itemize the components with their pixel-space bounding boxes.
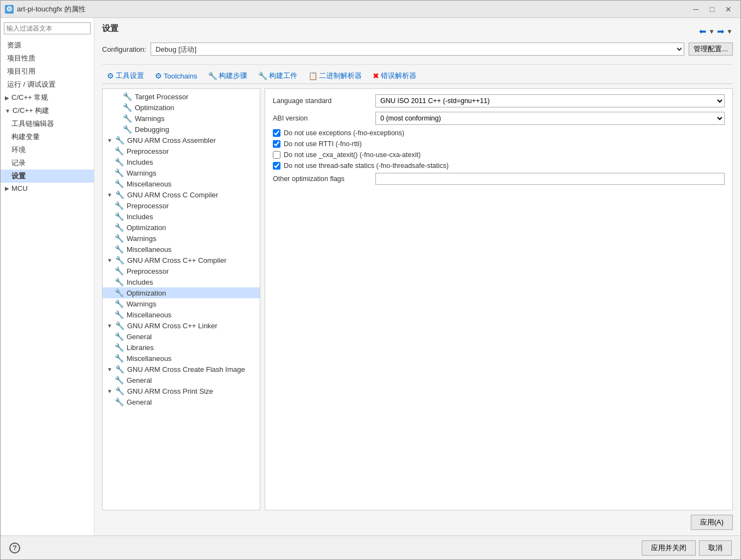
sidebar-item-toolchain-editor[interactable]: 工具链编辑器 [1, 117, 94, 130]
tree-icon-debug: 🔧 [123, 125, 132, 134]
tree-item-debugging[interactable]: 🔧 Debugging [103, 124, 260, 135]
option-checkbox-1[interactable] [273, 140, 280, 148]
sidebar-item-mcu[interactable]: ▶ MCU [1, 183, 94, 194]
tree-item-gnu-c-compiler[interactable]: ▼ 🔧 GNU ARM Cross C Compiler [103, 189, 260, 200]
tree-item-asm-misc[interactable]: 🔧 Miscellaneous [103, 178, 260, 189]
tree-item-asm-includes[interactable]: 🔧 Includes [103, 156, 260, 167]
tree-item-gnu-cpp-linker[interactable]: ▼ 🔧 GNU ARM Cross C++ Linker [103, 320, 260, 331]
tree-item-gnu-print[interactable]: ▼ 🔧 GNU ARM Cross Print Size [103, 386, 260, 396]
tree-item-gnu-assembler[interactable]: ▼ 🔧 GNU ARM Cross Assembler [103, 135, 260, 146]
cancel-button[interactable]: 取消 [699, 540, 732, 556]
bottom-bar: ? 应用并关闭 取消 [1, 535, 740, 559]
language-standard-select[interactable]: GNU ISO 2011 C++ (-std=gnu++11) [375, 94, 725, 107]
tree-item-asm-preprocessor[interactable]: 🔧 Preprocessor [103, 146, 260, 156]
apply-close-button[interactable]: 应用并关闭 [642, 540, 696, 556]
tree-icon-asm-inc: 🔧 [115, 158, 123, 166]
tab-toolchains[interactable]: ⚙ Toolchains [150, 69, 202, 83]
tab-build-steps[interactable]: 🔧 构建步骤 [203, 68, 252, 83]
abi-version-label: ABI version [273, 115, 371, 122]
tree-item-cpp-misc[interactable]: 🔧 Miscellaneous [103, 309, 260, 320]
sidebar-item-project-properties[interactable]: 项目性质 [1, 52, 94, 65]
tree-item-cpp-preprocessor[interactable]: 🔧 Preprocessor [103, 266, 260, 276]
tree-item-asm-warnings[interactable]: 🔧 Warnings [103, 167, 260, 178]
tree-item-target-processor[interactable]: 🔧 Target Processor [103, 91, 260, 102]
option-row-0: Do not use exceptions (-fno-exceptions) [273, 129, 725, 137]
tree-item-optimization[interactable]: 🔧 Optimization [103, 102, 260, 113]
tree-icon-linker: 🔧 [115, 321, 124, 330]
tree-icon-c-opt: 🔧 [115, 223, 123, 232]
tree-item-c-preprocessor[interactable]: 🔧 Preprocessor [103, 200, 260, 211]
option-checkbox-2[interactable] [273, 151, 280, 159]
manage-config-button[interactable]: 管理配置... [689, 43, 733, 56]
tree-icon-asm-warn: 🔧 [115, 168, 123, 177]
tree-item-linker-libraries[interactable]: 🔧 Libraries [103, 342, 260, 353]
tree-icon-c: 🔧 [115, 190, 124, 199]
tab-build-artifact[interactable]: 🔧 构建工件 [253, 68, 302, 83]
tree-item-c-includes[interactable]: 🔧 Includes [103, 211, 260, 222]
dropdown-arrow-button[interactable]: ▼ [708, 26, 715, 37]
tree-item-warnings[interactable]: 🔧 Warnings [103, 113, 260, 124]
tree-item-print-general[interactable]: 🔧 General [103, 396, 260, 407]
tree-item-linker-general[interactable]: 🔧 General [103, 331, 260, 342]
bottom-left: ? [9, 543, 20, 553]
maximize-button[interactable]: □ [704, 3, 720, 15]
expand-arrow-cpp-common: ▶ [5, 95, 9, 101]
tree-icon-cpp-inc: 🔧 [115, 278, 123, 286]
option-row-1: Do not use RTTI (-fno-rtti) [273, 140, 725, 148]
tree-item-c-misc[interactable]: 🔧 Miscellaneous [103, 244, 260, 255]
language-standard-label: Language standard [273, 97, 371, 105]
tree-item-flash-general[interactable]: 🔧 General [103, 375, 260, 386]
tree-icon-print: 🔧 [115, 387, 124, 395]
tree-item-c-optimization[interactable]: 🔧 Optimization [103, 222, 260, 233]
option-label-1: Do not use RTTI (-fno-rtti) [284, 140, 362, 148]
option-checkbox-0[interactable] [273, 129, 280, 137]
other-flags-row: Other optimization flags [273, 173, 725, 185]
config-select[interactable]: Debug [活动] [151, 43, 684, 56]
forward-arrow-button[interactable]: ➡ [717, 26, 724, 37]
sidebar-item-settings[interactable]: 设置 [1, 170, 94, 183]
error-parser-icon: ✖ [373, 71, 379, 80]
tool-settings-icon: ⚙ [107, 71, 114, 80]
other-flags-input[interactable] [375, 173, 725, 185]
sidebar-item-project-references[interactable]: 项目引用 [1, 65, 94, 78]
help-button[interactable]: ? [9, 543, 20, 553]
minimize-button[interactable]: ─ [688, 3, 703, 15]
sidebar-item-cpp-build[interactable]: ▼ C/C++ 构建 [1, 104, 94, 117]
sidebar-item-run-debug[interactable]: 运行 / 调试设置 [1, 78, 94, 91]
option-checkbox-3[interactable] [273, 162, 280, 170]
other-flags-label: Other optimization flags [273, 175, 371, 183]
abi-version-select[interactable]: 0 (most conforming) [375, 112, 725, 125]
tab-binary-parser[interactable]: 📋 二进制解析器 [303, 68, 367, 83]
tree-item-cpp-optimization[interactable]: 🔧 Optimization [103, 287, 260, 298]
tab-tool-settings[interactable]: ⚙ 工具设置 [102, 68, 149, 83]
tree-icon-linker-gen: 🔧 [115, 332, 123, 341]
tree-arrow-print: ▼ [107, 388, 112, 394]
main-content: 资源 项目性质 项目引用 运行 / 调试设置 ▶ C/C++ 常规 ▼ C/C+… [1, 18, 740, 535]
close-button[interactable]: ✕ [721, 3, 736, 15]
tree-item-linker-misc[interactable]: 🔧 Miscellaneous [103, 353, 260, 364]
tree-item-cpp-includes[interactable]: 🔧 Includes [103, 276, 260, 287]
sidebar-item-build-vars[interactable]: 构建变量 [1, 130, 94, 143]
titlebar-controls: ─ □ ✕ [688, 3, 736, 15]
tree-icon-flash-gen: 🔧 [115, 376, 123, 384]
sidebar-item-resources[interactable]: 资源 [1, 39, 94, 52]
tree-item-gnu-flash[interactable]: ▼ 🔧 GNU ARM Cross Create Flash Image [103, 364, 260, 375]
titlebar: ⚙ art-pi-touchgfx 的属性 ─ □ ✕ [1, 1, 740, 18]
tree-icon-asm-pre: 🔧 [115, 147, 123, 155]
sidebar-item-cpp-common[interactable]: ▶ C/C++ 常规 [1, 91, 94, 104]
tree-item-gnu-cpp-compiler[interactable]: ▼ 🔧 GNU ARM Cross C++ Compiler [103, 255, 260, 266]
back-arrow-button[interactable]: ⬅ [699, 26, 706, 37]
sidebar-item-environment[interactable]: 环境 [1, 143, 94, 156]
tree-icon-linker-lib: 🔧 [115, 343, 123, 352]
expand-arrow-cpp-build: ▼ [5, 108, 10, 114]
build-artifact-icon: 🔧 [258, 71, 267, 80]
forward-dropdown-button[interactable]: ▼ [726, 26, 733, 37]
tree-item-cpp-warnings[interactable]: 🔧 Warnings [103, 298, 260, 309]
apply-button[interactable]: 应用(A) [691, 515, 733, 530]
nav-arrows: ⬅ ▼ ➡ ▼ [699, 26, 733, 37]
sidebar-item-logging[interactable]: 记录 [1, 156, 94, 170]
tree-item-c-warnings[interactable]: 🔧 Warnings [103, 233, 260, 244]
tree-icon-print-gen: 🔧 [115, 398, 123, 406]
filter-input[interactable] [4, 22, 91, 34]
tab-error-parser[interactable]: ✖ 错误解析器 [368, 68, 421, 83]
